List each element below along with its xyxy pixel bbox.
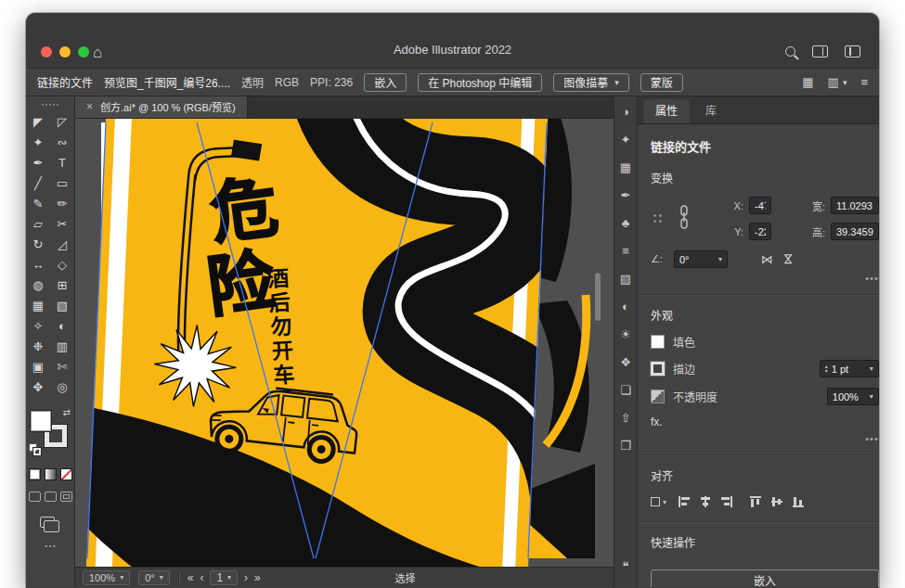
symbol-sprayer-tool[interactable]: ❉ xyxy=(26,337,50,356)
rectangle-tool[interactable]: ▭ xyxy=(50,173,74,193)
default-fill-stroke-icon[interactable] xyxy=(29,443,41,455)
color-fill-button[interactable] xyxy=(29,468,41,480)
swatches-icon[interactable]: ▦ xyxy=(614,158,637,177)
draw-normal-button[interactable] xyxy=(29,492,41,502)
y-input[interactable]: -22.9447 xyxy=(749,223,771,240)
graphic-styles-icon[interactable]: ❖ xyxy=(614,352,637,372)
effects-button[interactable]: fx. xyxy=(651,415,879,428)
type-tool[interactable]: T xyxy=(50,153,74,173)
transform-more-options-icon[interactable]: ••• xyxy=(651,275,879,282)
reference-point-locator[interactable] xyxy=(651,211,665,225)
align-to-selection-dropdown[interactable]: ▾ xyxy=(651,497,666,506)
artboard-number-dropdown[interactable]: 1 ▾ xyxy=(210,570,238,585)
artboard-tool[interactable]: ▣ xyxy=(26,357,50,377)
fill-color-swatch[interactable] xyxy=(30,410,52,432)
stroke-weight-stepper[interactable]: ▴ ▾ xyxy=(825,364,828,374)
x-input[interactable]: -47.0668 xyxy=(749,197,771,214)
tab-properties[interactable]: 属性 xyxy=(643,99,690,123)
perspective-grid-tool[interactable]: ⊞ xyxy=(50,275,74,295)
shape-builder-tool[interactable]: ◍ xyxy=(26,275,50,295)
rotate-tool[interactable]: ↻ xyxy=(26,235,50,254)
gradient-tool[interactable]: ▧ xyxy=(50,296,74,315)
menu-icon[interactable]: ≡ xyxy=(860,75,868,89)
arrange-documents-icon[interactable]: ▥ ▾ xyxy=(828,75,847,89)
eyedropper-tool[interactable]: ✧ xyxy=(26,316,50,336)
transparency-icon[interactable]: ◐ xyxy=(614,297,637,316)
linked-file-name[interactable]: 预览图_千图网_编号26.... xyxy=(104,74,230,90)
align-top-button[interactable] xyxy=(748,494,763,509)
layers-icon[interactable]: ❏ xyxy=(614,380,637,400)
edit-toolbar-icon[interactable]: ⋯ xyxy=(45,539,57,553)
magic-wand-tool[interactable]: ✦ xyxy=(26,133,50,152)
color-panel-icon[interactable]: ◑ xyxy=(614,102,637,121)
swap-fill-stroke-icon[interactable]: ⇄ xyxy=(63,407,71,417)
canvas-scrollbar[interactable] xyxy=(595,273,601,321)
lasso-tool[interactable]: ∾ xyxy=(50,133,74,152)
line-segment-tool[interactable]: ╱ xyxy=(26,173,50,193)
align-horizontal-center-button[interactable] xyxy=(698,494,713,509)
align-left-button[interactable] xyxy=(677,494,692,509)
workspace-switcher-icon[interactable] xyxy=(812,45,828,58)
appearance-more-options-icon[interactable]: ••• xyxy=(651,435,879,442)
align-bottom-button[interactable] xyxy=(791,494,806,509)
mesh-tool[interactable]: ▦ xyxy=(26,296,50,315)
embed-button[interactable]: 嵌入 xyxy=(364,73,407,92)
toolbar-drag-handle[interactable] xyxy=(42,104,58,106)
edit-in-photoshop-button[interactable]: 在 Photoshop 中编辑 xyxy=(418,73,542,92)
opacity-icon[interactable] xyxy=(651,390,665,403)
none-fill-button[interactable] xyxy=(60,468,72,480)
comments-icon[interactable]: ❝ xyxy=(614,556,637,576)
hand-tool[interactable]: ✥ xyxy=(26,377,50,397)
width-input[interactable]: 11.0293 xyxy=(831,197,879,214)
opacity-dropdown[interactable]: 100% ▾ xyxy=(827,388,879,405)
stroke-icon[interactable]: ≡ xyxy=(614,241,637,261)
symbols-icon[interactable]: ♣ xyxy=(614,213,637,233)
eraser-tool[interactable]: ▱ xyxy=(26,214,50,234)
draw-behind-button[interactable] xyxy=(45,492,57,502)
scale-tool[interactable]: ◿ xyxy=(50,235,74,254)
appearance-icon[interactable]: ☀ xyxy=(614,325,637,344)
flip-horizontal-button[interactable]: ⋈ xyxy=(761,252,773,266)
direct-selection-tool[interactable]: ◸ xyxy=(50,112,74,132)
first-artboard-button[interactable]: « xyxy=(187,571,194,584)
flip-vertical-button[interactable]: ⋈ xyxy=(782,253,795,265)
last-artboard-button[interactable]: » xyxy=(254,571,261,584)
previous-artboard-button[interactable]: ‹ xyxy=(200,571,203,584)
search-icon[interactable] xyxy=(785,46,795,57)
tab-libraries[interactable]: 库 xyxy=(693,99,729,123)
document-canvas[interactable]: 危 险 酒后勿开车! xyxy=(75,119,614,567)
pencil-tool[interactable]: ✏ xyxy=(50,194,74,213)
artboards-icon[interactable]: ❐ xyxy=(614,436,637,455)
column-graph-tool[interactable]: ▥ xyxy=(50,337,74,356)
scissors-tool[interactable]: ✂ xyxy=(50,214,74,234)
constrain-proportions-icon[interactable] xyxy=(679,205,690,232)
free-transform-tool[interactable]: ◇ xyxy=(50,255,74,275)
rotation-dropdown[interactable]: 0° ▾ xyxy=(138,570,170,585)
pen-tool[interactable]: ✒ xyxy=(26,153,50,173)
canvas[interactable]: 危 险 酒后勿开车! xyxy=(75,119,614,567)
quick-embed-button[interactable]: 嵌入 xyxy=(651,569,879,587)
mask-button[interactable]: 蒙版 xyxy=(640,73,683,92)
stroke-color-swatch[interactable] xyxy=(651,362,665,376)
image-trace-button[interactable]: 图像描摹 ▾ xyxy=(553,73,629,92)
zoom-tool[interactable]: ◎ xyxy=(50,377,74,397)
next-artboard-button[interactable]: › xyxy=(244,571,248,584)
align-vertical-center-button[interactable] xyxy=(769,494,784,509)
touch-workspace-icon[interactable]: ▦ xyxy=(802,75,813,89)
width-tool[interactable]: ↔ xyxy=(26,255,50,275)
close-document-icon[interactable]: × xyxy=(86,100,93,113)
draw-inside-button[interactable] xyxy=(60,492,72,502)
arrange-panels-icon[interactable] xyxy=(845,45,860,58)
height-input[interactable]: 39.3459 xyxy=(831,223,879,240)
chevron-down-icon[interactable]: ▾ xyxy=(614,78,619,87)
change-screen-mode-icon[interactable] xyxy=(40,517,55,528)
stroke-weight-input[interactable]: ▴ ▾ 1 pt ▾ xyxy=(820,360,879,377)
paintbrush-tool[interactable]: ✎ xyxy=(26,194,50,213)
slice-tool[interactable]: ✄ xyxy=(50,357,74,377)
fill-color-swatch[interactable] xyxy=(651,335,665,349)
rotation-angle-dropdown[interactable]: 0° ▾ xyxy=(674,250,728,268)
gradient-fill-button[interactable] xyxy=(45,468,57,480)
gradient-panel-icon[interactable]: ▧ xyxy=(614,269,637,288)
blend-tool[interactable]: ◐ xyxy=(50,316,74,336)
color-guide-icon[interactable]: ✦ xyxy=(614,130,637,149)
